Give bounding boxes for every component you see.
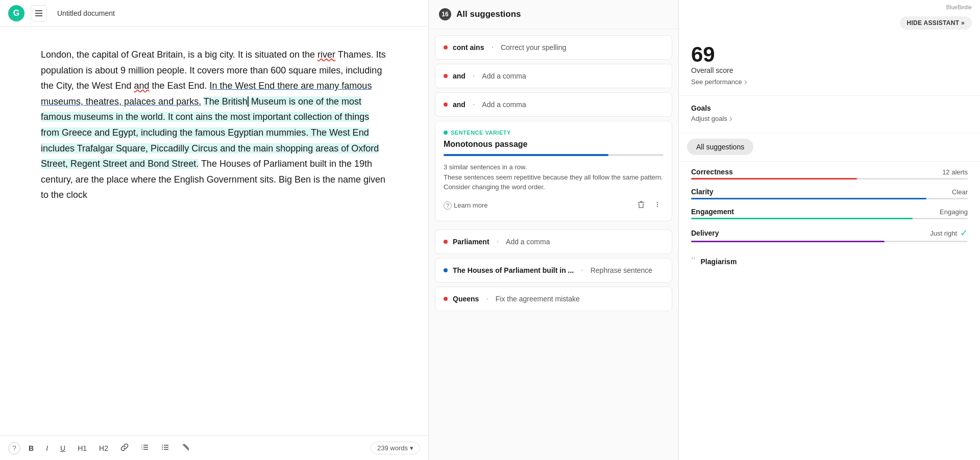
see-performance-link[interactable]: See performance <box>691 76 968 87</box>
blue-dot-icon <box>444 268 448 272</box>
svg-point-19 <box>657 203 658 205</box>
clear-format-icon <box>182 443 190 451</box>
suggestion-item[interactable]: and · Add a comma <box>435 64 672 88</box>
bold-button[interactable]: B <box>24 442 38 454</box>
suggestion-description: Add a comma <box>506 238 550 246</box>
metric-header: Engagement Engaging <box>691 208 968 216</box>
metric-name: Clarity <box>691 188 714 196</box>
suggestions-header: 16 All suggestions <box>429 0 678 29</box>
chevron-down-icon: ▾ <box>410 444 413 452</box>
metric-bar <box>691 178 968 180</box>
suggestion-item[interactable]: Queens · Fix the agreement mistake <box>435 287 672 311</box>
editor-panel: G Untitled document London, the capital … <box>0 0 429 460</box>
svg-line-12 <box>183 444 189 450</box>
plagiarism-info: Plagiarism <box>701 258 737 266</box>
quote-icon: " <box>691 254 696 269</box>
checkmark-icon: ✓ <box>960 227 968 239</box>
red-dot-icon <box>444 74 448 78</box>
variety-progress-bar <box>444 154 664 156</box>
delete-button[interactable] <box>635 198 647 213</box>
link-icon <box>120 443 129 451</box>
plagiarism-label: Plagiarism <box>701 258 737 266</box>
metric-bar-fill <box>691 218 913 219</box>
overall-score-section: 69 Overall score See performance <box>679 36 980 96</box>
metric-bar <box>691 218 968 219</box>
variety-footer: ? Learn more <box>444 198 664 213</box>
sentence-variety-card: SENTENCE VARIETY Monotonous passage 3 si… <box>435 121 672 221</box>
suggestion-item[interactable]: cont ains · Correct your spelling <box>435 35 672 60</box>
plagiarism-section[interactable]: " Plagiarism <box>679 248 980 275</box>
variety-dot-icon <box>444 131 448 135</box>
h2-button[interactable]: H2 <box>95 442 112 454</box>
goals-section: Goals Adjust goals <box>679 96 980 133</box>
score-panel: BlueBirdie HIDE ASSISTANT » 69 Overall s… <box>679 0 980 460</box>
metric-value: 12 alerts <box>942 168 968 176</box>
h1-button[interactable]: H1 <box>74 442 91 454</box>
underline-and1: and <box>134 81 149 91</box>
chevron-right-icon <box>729 113 732 124</box>
metric-clarity[interactable]: Clarity Clear <box>691 188 968 199</box>
svg-point-10 <box>162 447 163 448</box>
suggestion-word: Queens <box>453 295 479 303</box>
learn-more-button[interactable]: ? Learn more <box>444 201 487 210</box>
variety-progress-fill <box>444 154 608 156</box>
suggestion-description: Add a comma <box>482 100 526 109</box>
ordered-list-button[interactable]: 1 2 3 <box>137 441 153 455</box>
red-dot-icon <box>444 297 448 301</box>
variety-body: 3 similar sentences in a row. These sent… <box>444 162 664 192</box>
metric-header: Correctness 12 alerts <box>691 168 968 176</box>
suggestion-word: Parliament <box>453 238 489 246</box>
metric-value: Engaging <box>940 208 968 216</box>
metric-delivery[interactable]: Delivery Just right ✓ <box>691 227 968 242</box>
suggestion-item[interactable]: Parliament · Add a comma <box>435 229 672 254</box>
svg-point-20 <box>657 206 658 207</box>
grammarly-logo: G <box>8 5 24 21</box>
suggestion-item[interactable]: and · Add a comma <box>435 92 672 117</box>
link-button[interactable] <box>116 441 133 455</box>
unordered-list-button[interactable] <box>157 441 174 455</box>
metric-name: Delivery <box>691 229 719 237</box>
highlight-british: The British Museum is one of the most fa… <box>41 96 379 169</box>
more-options-button[interactable] <box>651 198 664 213</box>
metric-engagement[interactable]: Engagement Engaging <box>691 208 968 219</box>
red-dot-icon <box>444 103 448 107</box>
editor-content[interactable]: London, the capital of Great Britain, is… <box>0 27 428 436</box>
help-button[interactable]: ? <box>8 442 20 454</box>
svg-point-9 <box>162 445 163 446</box>
metric-bar-fill <box>691 241 885 242</box>
hide-assistant-button[interactable]: HIDE ASSISTANT » <box>900 16 972 30</box>
metric-bar-fill <box>691 178 857 180</box>
adjust-goals-link[interactable]: Adjust goals <box>691 113 968 124</box>
variety-actions <box>635 198 664 213</box>
tab-all-suggestions[interactable]: All suggestions <box>687 139 753 155</box>
question-circle-icon: ? <box>444 201 452 210</box>
editor-toolbar: ? B I U H1 H2 1 2 3 <box>0 436 428 460</box>
bluebirdie-label: BlueBirdie <box>946 4 972 10</box>
menu-button[interactable] <box>31 5 47 21</box>
suggestions-list: cont ains · Correct your spelling and · … <box>429 29 678 317</box>
metric-value: Clear <box>952 188 968 196</box>
suggestion-word: and <box>453 72 465 80</box>
metric-correctness[interactable]: Correctness 12 alerts <box>691 168 968 180</box>
clear-format-button[interactable] <box>178 441 194 455</box>
suggestion-item[interactable]: The Houses of Parliament built in ... · … <box>435 258 672 283</box>
underline-button[interactable]: U <box>56 442 69 454</box>
nav-tabs: All suggestions <box>679 133 980 162</box>
metric-header: Delivery Just right ✓ <box>691 227 968 239</box>
suggestion-word: cont ains <box>453 43 484 52</box>
red-dot-icon <box>444 240 448 244</box>
suggestions-panel: 16 All suggestions cont ains · Correct y… <box>429 0 679 460</box>
svg-text:3: 3 <box>141 448 143 450</box>
doc-title: Untitled document <box>57 9 115 17</box>
svg-point-18 <box>657 201 658 202</box>
word-count-text: 239 words <box>377 444 408 452</box>
italic-button[interactable]: I <box>42 442 52 454</box>
hide-assistant-section: BlueBirdie HIDE ASSISTANT » <box>679 0 980 36</box>
metric-name: Correctness <box>691 168 733 176</box>
ordered-list-icon: 1 2 3 <box>141 443 149 451</box>
suggestion-description: Add a comma <box>482 72 526 80</box>
suggestions-title: All suggestions <box>456 9 521 19</box>
word-count-button[interactable]: 239 words ▾ <box>371 442 420 454</box>
suggestion-description: Fix the agreement mistake <box>496 295 580 303</box>
metric-value: Just right <box>930 229 957 237</box>
